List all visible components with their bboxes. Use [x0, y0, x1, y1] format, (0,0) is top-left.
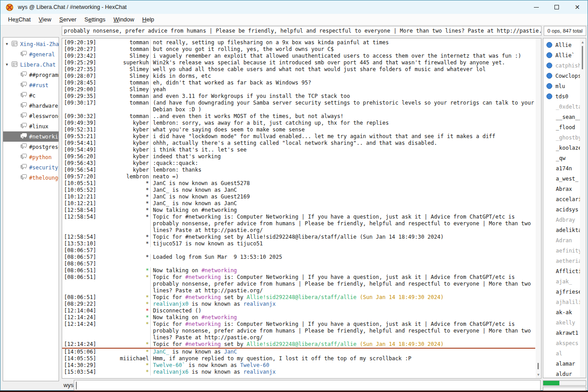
sidebar-item--linux[interactable]: #linux	[3, 121, 59, 131]
chat-event-star: *	[96, 301, 149, 308]
user-list-item[interactable]: tds0	[543, 91, 586, 101]
tree-item-label: #c	[29, 93, 35, 99]
user-list-item[interactable]: al	[543, 348, 586, 358]
user-list-item[interactable]: akrawt1	[543, 328, 586, 338]
user-list-item[interactable]: adelikta	[543, 225, 586, 235]
user-list-item[interactable]: acidsys	[543, 204, 586, 215]
user-list-item[interactable]: aefinity	[543, 245, 586, 256]
server-row-xing-hai-zha[interactable]: ▼Xing-Hai-Zha	[3, 39, 59, 49]
chat-scroll-down-icon[interactable]: ▼	[536, 373, 541, 377]
chat-line: [09:28:45]tommaneh, didn't that worked a…	[62, 80, 535, 86]
user-list-item[interactable]: ak-ak	[543, 307, 586, 317]
user-list-item[interactable]: Adbray	[543, 215, 586, 225]
chat-event-star: *	[96, 200, 149, 207]
menu-item-window[interactable]: Window	[110, 15, 138, 24]
user-list-item[interactable]: _0xdelta	[543, 101, 586, 112]
user-list-item[interactable]: aetheria	[543, 256, 586, 266]
user-list-item[interactable]: catphish	[543, 60, 586, 71]
user-nick: ajfriese	[556, 289, 582, 295]
userlist-scroll-up-icon[interactable]: ▲	[580, 40, 585, 44]
menu-item-view[interactable]: View	[35, 15, 55, 24]
user-list-item[interactable]: Abrax	[543, 184, 586, 194]
chat-message: Disconnected ()	[150, 308, 535, 314]
user-list-item[interactable]: _ghostby	[543, 132, 586, 143]
chat-line: [12:58:54]*Topic for #networking set by …	[62, 234, 535, 240]
sidebar-item--security[interactable]: #security	[3, 162, 59, 173]
menu-item-server[interactable]: Server	[55, 15, 80, 24]
sidebar-item--c[interactable]: #c	[3, 90, 59, 101]
user-list-item[interactable]: a_west_	[543, 173, 586, 184]
user-list-item[interactable]: Afflicti	[543, 266, 586, 276]
userlist-scrollbar-thumb[interactable]	[582, 46, 583, 69]
chat-line: [08:06:57]	[62, 261, 535, 267]
user-list-item[interactable]: aldur	[543, 369, 586, 378]
maximize-button[interactable]	[546, 0, 567, 14]
chat-timestamp: [12:58:54]	[62, 207, 96, 214]
user-list-item[interactable]: Allie	[543, 40, 586, 50]
user-nick: tds0	[555, 93, 568, 100]
user-list-item[interactable]: Allie`	[543, 50, 586, 60]
chat-message: JanC_ is now known as JanC	[150, 349, 535, 355]
server-row-libera-chat[interactable]: ▼Libera.Chat	[3, 59, 59, 70]
chat-nick: kyber	[96, 120, 149, 126]
user-list-item[interactable]: _flood	[543, 122, 586, 132]
user-list-item[interactable]: accelari	[543, 194, 586, 204]
chat-timestamp: [14:05:06]	[62, 349, 96, 355]
user-list-item[interactable]: Cowclops	[543, 71, 586, 81]
tree-expander-icon[interactable]: ▼	[6, 42, 10, 46]
channel-icon	[20, 164, 27, 171]
user-list-item[interactable]: __sean__	[543, 112, 586, 122]
sidebar-item--python[interactable]: #python	[3, 152, 59, 162]
chat-message: realivanjx0 is now known as realivanjx	[150, 301, 535, 308]
chat-timestamp: [09:56:43]	[62, 160, 96, 167]
user-list-item[interactable]: akelly	[543, 317, 586, 328]
sidebar-item--thelounge[interactable]: #thelounge	[3, 173, 59, 183]
user-list-item[interactable]: _qw	[543, 153, 586, 163]
sidebar-item--programm[interactable]: ##programm	[3, 70, 59, 80]
minimize-button[interactable]	[526, 0, 546, 14]
chat-timestamp: [10:12:21]	[62, 200, 96, 207]
chat-timestamp: [09:25:29]	[62, 59, 96, 66]
user-list-item[interactable]: alamar	[543, 358, 586, 369]
chat-line: [09:20:27]tommanbut once you got it roll…	[62, 46, 535, 53]
user-nick: Afflicti	[556, 268, 582, 274]
chat-message: yeah	[150, 86, 535, 93]
chat-timestamp: [08:06:51]	[62, 267, 96, 274]
chat-message: and even 3.11 for Workgroups if you inst…	[150, 93, 535, 100]
sidebar-item--postgresq[interactable]: #postgresq	[3, 142, 59, 152]
menu-item-settings[interactable]: Settings	[80, 15, 110, 24]
chat-message: Loaded log from Sun Mar 9 13:53:10 2025	[150, 254, 535, 261]
user-list-item[interactable]: ajhalili	[543, 297, 586, 307]
chat-timestamp: [10:05:51]	[62, 180, 96, 187]
chat-scrollbar-thumb[interactable]	[537, 363, 539, 369]
message-input[interactable]	[74, 380, 541, 391]
tree-item-label: #networking	[29, 134, 59, 140]
user-list-item[interactable]: mlu	[543, 81, 586, 91]
sidebar-item--rust[interactable]: ##rust	[3, 80, 59, 90]
user-list-item[interactable]: ajak_	[543, 276, 586, 287]
user-list-item[interactable]: Adran	[543, 235, 586, 245]
channel-icon	[20, 51, 27, 58]
chat-scrollbar[interactable]: ▼	[536, 38, 541, 378]
sidebar-item--networking[interactable]: #networking	[3, 131, 59, 142]
sidebar-item--general[interactable]: #general	[3, 49, 59, 59]
sidebar-item--hardware[interactable]: #hardware	[3, 101, 59, 111]
chat-timestamp: [08:06:51]	[62, 274, 96, 281]
user-list-item[interactable]: ajfriese	[543, 287, 586, 297]
tree-item-label: Xing-Hai-Zha	[20, 41, 59, 47]
sidebar-item--lesswrong[interactable]: #lesswrong	[3, 111, 59, 121]
user-nick: Abrax	[556, 186, 572, 192]
menu-item-help[interactable]: Help	[138, 15, 158, 24]
tree-expander-icon[interactable]: ▼	[6, 63, 10, 67]
topic-input[interactable]: probably nonsense, prefer advice from hu…	[62, 26, 541, 36]
userlist-scrollbar[interactable]: ▲	[580, 39, 585, 378]
user-list-item[interactable]: _koolaze	[543, 143, 586, 153]
chat-nick: Slimey	[96, 53, 149, 59]
menu-item-hexchat[interactable]: HexChat	[4, 15, 35, 24]
op-status-icon	[546, 42, 552, 48]
close-button[interactable]: ✕	[567, 0, 588, 14]
chat-nick: lembron	[96, 173, 149, 180]
user-list-item[interactable]: akspecs	[543, 338, 586, 348]
user-list-item[interactable]: a174n	[543, 163, 586, 173]
chat-line: [14:05:06]*JanC_ is now known as JanC	[62, 349, 535, 355]
